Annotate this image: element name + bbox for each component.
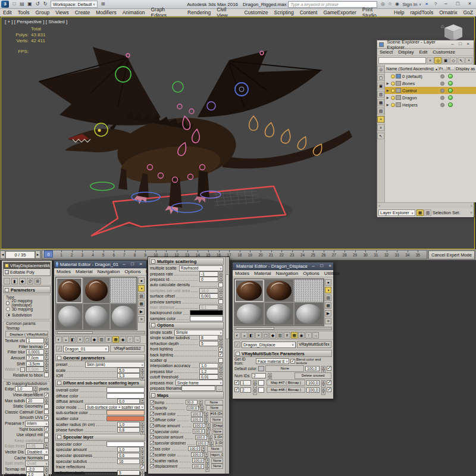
spinner[interactable] xyxy=(45,472,49,476)
map-enable-checkbox[interactable] xyxy=(150,459,154,463)
default-enable-checkbox[interactable] xyxy=(327,366,331,371)
explorer-horizontal-scrollbar[interactable]: <> xyxy=(377,202,474,208)
render-dot-icon[interactable] xyxy=(446,88,455,93)
frame-indicator[interactable]: 0 / 35 xyxy=(5,251,35,259)
checkbox[interactable] xyxy=(218,283,223,287)
sample-slot[interactable] xyxy=(265,303,293,325)
map-amount-field[interactable]: 100,0 xyxy=(192,458,204,463)
frame-tick[interactable]: 23 xyxy=(288,250,296,259)
layer-row[interactable]: 0 (default) xyxy=(385,73,476,80)
modifier-stack-item[interactable]: Editable Poly xyxy=(4,269,50,275)
spinner[interactable] xyxy=(321,366,325,371)
sample-type-icon[interactable]: ● xyxy=(138,277,145,284)
spinner[interactable] xyxy=(45,398,49,403)
spinner[interactable] xyxy=(209,441,214,446)
frame-tick[interactable]: 21 xyxy=(267,250,275,259)
frame-tick[interactable]: 30 xyxy=(362,250,369,259)
radio-button[interactable] xyxy=(6,307,10,311)
material-name-dropdown[interactable]: Dragon_01∨ xyxy=(63,346,109,352)
radio-button[interactable] xyxy=(6,313,10,317)
spinner[interactable] xyxy=(219,341,223,346)
sample-slot-active[interactable] xyxy=(57,278,82,303)
value-field[interactable]: 1,0 xyxy=(117,447,140,452)
color-swatch[interactable] xyxy=(107,416,145,421)
map-enable-checkbox[interactable] xyxy=(150,453,154,457)
checkbox[interactable] xyxy=(20,367,25,372)
workspace-combo[interactable]: Workspace: Default ∨ xyxy=(51,1,98,8)
checkbox[interactable] xyxy=(44,438,49,443)
spinner[interactable] xyxy=(45,367,49,372)
default-map-button[interactable]: None xyxy=(265,365,304,372)
sample-slot[interactable] xyxy=(295,280,323,302)
value-field[interactable]: 16 xyxy=(117,459,140,464)
put-to-scene-icon[interactable]: ◒ xyxy=(241,332,248,339)
material-name-dropdown[interactable]: Dragon_Displace∨ xyxy=(242,342,296,348)
map-enable-checkbox[interactable] xyxy=(150,464,154,468)
material-id-icon[interactable]: # xyxy=(105,336,112,343)
menu-item[interactable]: Edit xyxy=(416,49,430,55)
bulb-icon[interactable] xyxy=(391,89,395,93)
frame-tick[interactable]: 18 xyxy=(236,250,243,259)
menu-item[interactable]: Modes xyxy=(233,271,252,276)
options-icon[interactable]: ≡ xyxy=(325,318,331,324)
frame-tick[interactable]: 31 xyxy=(372,250,380,259)
put-to-scene-icon[interactable]: ◒ xyxy=(62,336,69,343)
background-icon[interactable]: ▨ xyxy=(325,295,331,301)
frame-tick[interactable]: 27 xyxy=(330,250,338,259)
spinner[interactable] xyxy=(140,427,145,433)
spinner[interactable] xyxy=(219,271,223,277)
spinner[interactable] xyxy=(204,417,208,422)
expand-arrow-icon[interactable]: ▶ xyxy=(385,96,390,99)
hierarchy-display-icon[interactable]: ▥ xyxy=(424,209,431,216)
sync-selection-icon[interactable]: ◇ xyxy=(450,57,457,64)
sample-slot[interactable] xyxy=(83,278,109,303)
pin-stack-icon[interactable]: ◌ xyxy=(4,278,10,284)
spinner[interactable] xyxy=(140,459,145,464)
spinner[interactable] xyxy=(140,368,145,373)
spinner[interactable] xyxy=(206,423,211,428)
help-icon[interactable]: ? xyxy=(432,1,439,8)
render-dot-icon[interactable] xyxy=(446,74,455,79)
window-titlebar[interactable]: Material Editor - Dragon_Displace – □ × xyxy=(233,262,333,270)
backlight-icon[interactable]: ◑ xyxy=(138,285,145,292)
layer-name[interactable]: 0 (default) xyxy=(402,74,438,79)
minimize-button[interactable]: – xyxy=(120,261,128,268)
lock-icon[interactable]: ▣ xyxy=(377,83,384,89)
map-enable-checkbox[interactable] xyxy=(150,447,154,451)
value-field[interactable]: -3,5cm xyxy=(26,361,44,367)
menu-item[interactable]: GameExporter xyxy=(320,10,359,15)
sample-slot[interactable] xyxy=(111,278,136,303)
frozen-dot-icon[interactable] xyxy=(438,103,446,107)
sample-slot[interactable] xyxy=(111,304,136,329)
sample-slot[interactable] xyxy=(235,303,264,325)
checkbox[interactable] xyxy=(44,404,49,409)
map-enable-checkbox[interactable] xyxy=(150,424,154,428)
value-field[interactable]: 1,0 xyxy=(199,363,218,368)
background-icon[interactable]: ▨ xyxy=(138,293,145,299)
viewport-label[interactable]: [ + ] [ Perspective ] [ Shaded ] xyxy=(5,19,67,24)
spinner[interactable] xyxy=(45,466,49,472)
minimize-button[interactable]: – xyxy=(309,263,317,270)
rollout-parameters[interactable]: - Parameters xyxy=(3,286,51,293)
add-layer-icon[interactable]: + xyxy=(465,57,472,64)
material-id-icon[interactable]: # xyxy=(284,332,290,339)
menu-item[interactable]: Content xyxy=(297,10,321,15)
value-field[interactable]: 5 xyxy=(117,470,140,475)
spinner[interactable] xyxy=(321,387,325,393)
sample-slot[interactable] xyxy=(295,303,323,325)
filename-field[interactable] xyxy=(181,386,215,391)
make-unique-icon[interactable]: ◆ xyxy=(19,278,26,284)
time-slider[interactable]: 0123456789101112131415161718192021222324… xyxy=(42,250,427,259)
show-in-viewport-icon[interactable]: ▦ xyxy=(112,336,119,343)
get-material-icon[interactable]: ◐ xyxy=(55,336,62,343)
value-field[interactable]: 0,1 xyxy=(199,305,218,310)
spinner[interactable] xyxy=(140,447,145,452)
dropdown[interactable]: Quad∨ xyxy=(25,461,49,466)
layer-display-icon[interactable]: ▦ xyxy=(416,209,424,216)
map-enable-checkbox[interactable] xyxy=(150,441,154,445)
checkbox[interactable] xyxy=(44,372,49,377)
sample-slot-active[interactable] xyxy=(235,280,264,302)
max-logo-icon[interactable]: 3 xyxy=(1,1,9,8)
checkbox[interactable] xyxy=(218,347,223,352)
value-field[interactable]: -2,0 xyxy=(26,466,44,472)
